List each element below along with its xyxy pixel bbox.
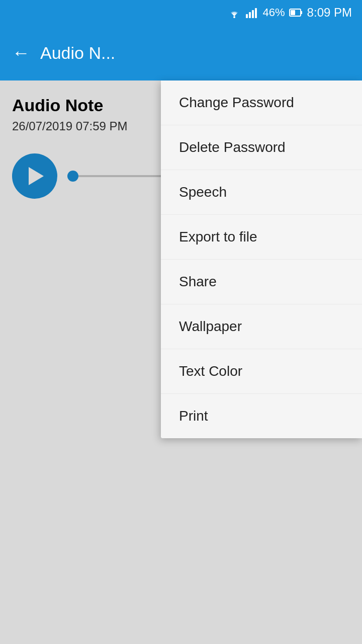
app-bar: ← Audio N... xyxy=(0,25,362,80)
dropdown-menu: Change Password Delete Password Speech E… xyxy=(161,80,362,438)
menu-item-speech[interactable]: Speech xyxy=(161,170,362,215)
svg-point-0 xyxy=(233,16,235,18)
svg-rect-7 xyxy=(301,11,302,14)
svg-rect-3 xyxy=(252,10,254,18)
status-bar: 46% 8:09 PM xyxy=(0,0,362,25)
menu-item-wallpaper[interactable]: Wallpaper xyxy=(161,304,362,349)
svg-rect-4 xyxy=(255,8,257,18)
menu-item-print[interactable]: Print xyxy=(161,394,362,438)
app-title: Audio N... xyxy=(40,43,115,63)
menu-item-export-to-file[interactable]: Export to file xyxy=(161,215,362,260)
battery-percentage: 46% xyxy=(263,6,285,19)
menu-item-text-color[interactable]: Text Color xyxy=(161,349,362,394)
signal-icon xyxy=(246,7,259,18)
status-icons: 46% 8:09 PM xyxy=(227,6,352,20)
battery-icon xyxy=(289,8,303,17)
wifi-icon xyxy=(227,7,242,18)
menu-item-delete-password[interactable]: Delete Password xyxy=(161,125,362,170)
menu-item-change-password[interactable]: Change Password xyxy=(161,80,362,125)
main-content: Audio Note 26/07/2019 07:59 PM Change Pa… xyxy=(0,80,362,644)
svg-rect-1 xyxy=(246,14,248,18)
svg-rect-6 xyxy=(291,10,295,15)
back-button[interactable]: ← xyxy=(12,44,30,62)
menu-item-share[interactable]: Share xyxy=(161,260,362,304)
svg-rect-2 xyxy=(249,12,251,18)
status-time: 8:09 PM xyxy=(307,6,352,20)
